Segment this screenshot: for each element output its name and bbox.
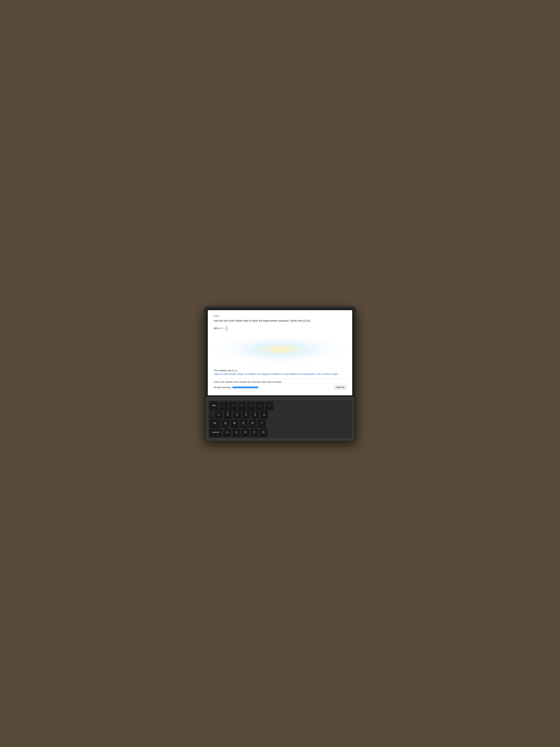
screen-content: 0:2:0 Use the unit circle shown here to … — [208, 310, 352, 394]
screen: 0:2:0 Use the unit circle shown here to … — [208, 310, 352, 395]
key-a[interactable]: A — [223, 428, 231, 436]
key-f5[interactable]: ⠶ F5 — [256, 401, 264, 409]
key-s[interactable]: S — [232, 428, 240, 436]
keyboard: esc ☼ F1 ☀ F2 ⊟ F3 ⠿ F4 — [208, 400, 352, 439]
key-t[interactable]: T — [258, 419, 266, 427]
wave-ellipse-1 — [212, 335, 349, 364]
key-capslock[interactable]: caps lock — [209, 428, 222, 436]
key-5[interactable]: % 5 — [251, 410, 259, 418]
key-esc-label: esc — [212, 404, 216, 407]
key-3[interactable]: # 3 — [233, 410, 241, 418]
key-f2[interactable]: ☀ F2 — [229, 401, 237, 409]
key-1[interactable]: ! 1 — [215, 410, 223, 418]
solution-instruction: (Type an exact answer, using π as needed… — [214, 372, 346, 376]
fraction-numerator: 1 — [225, 325, 228, 329]
key-esc[interactable]: esc — [209, 401, 219, 409]
screen-bezel: 0:2:0 Use the unit circle shown here to … — [206, 309, 354, 397]
wave-area — [208, 333, 352, 366]
keyboard-area: esc ☼ F1 ☀ F2 ⊟ F3 ⠿ F4 — [206, 397, 354, 441]
key-tab[interactable]: tab — [209, 419, 220, 427]
key-f6[interactable]: ⠶ F6 — [265, 401, 273, 409]
key-w[interactable]: W — [230, 419, 239, 427]
key-f4[interactable]: ⠿ F4 — [247, 401, 255, 409]
key-4[interactable]: $ 4 — [242, 410, 250, 418]
problem-number: 0:2:0 — [214, 315, 346, 317]
wave-svg — [208, 333, 352, 366]
fraction-denominator: 2 — [225, 329, 228, 331]
progress-bar — [233, 386, 258, 388]
key-q[interactable]: Q — [221, 419, 230, 427]
equation-sinx: sin x = − — [214, 327, 225, 330]
key-tilde[interactable]: ~ ` — [209, 410, 214, 418]
answer-instruction: Enter your answer in the answer box and … — [214, 379, 346, 383]
key-d[interactable]: D — [241, 428, 249, 436]
number-row: ~ ` ! 1 @ 2 # 3 $ 4 — [209, 410, 351, 418]
qwerty-row: tab Q W E R T — [209, 419, 351, 427]
key-2[interactable]: @ 2 — [224, 410, 232, 418]
key-g[interactable]: G — [260, 428, 268, 436]
equation: sin x = − 1 2 — [214, 325, 346, 331]
key-f[interactable]: F — [250, 428, 259, 436]
key-f3[interactable]: ⊟ F3 — [238, 401, 246, 409]
asdf-row: caps lock A S D F G — [209, 428, 351, 436]
key-f1[interactable]: ☼ F1 — [220, 401, 228, 409]
laptop-outer: 0:2:0 Use the unit circle shown here to … — [204, 306, 356, 441]
clear-all-button[interactable]: Clear All — [334, 385, 346, 390]
equation-fraction: 1 2 — [225, 325, 228, 331]
all-parts-label: All parts showing — [214, 386, 231, 389]
solution-area: The solution set is { }. (Type an exact … — [214, 369, 346, 390]
key-r[interactable]: R — [248, 419, 257, 427]
bottom-bar: All parts showing Clear All — [214, 384, 346, 390]
all-parts: All parts showing — [214, 386, 258, 389]
key-e[interactable]: E — [239, 419, 247, 427]
solution-text: The solution set is { }. — [214, 369, 346, 372]
problem-text: Use the unit circle shown here to solve … — [214, 319, 346, 323]
fn-row: esc ☼ F1 ☀ F2 ⊟ F3 ⠿ F4 — [209, 401, 351, 409]
key-6[interactable]: ^ 6 — [260, 410, 268, 418]
